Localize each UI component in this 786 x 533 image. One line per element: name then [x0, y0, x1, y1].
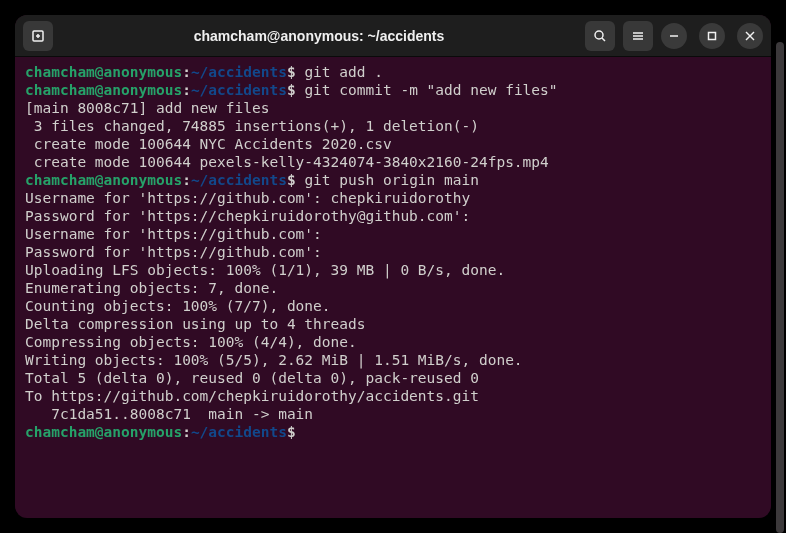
- minimize-button[interactable]: [661, 23, 687, 49]
- prompt-user-host: chamcham@anonymous: [25, 64, 182, 80]
- svg-line-4: [602, 38, 605, 41]
- prompt-line: chamcham@anonymous:~/accidents$ git comm…: [25, 81, 761, 99]
- prompt-path: ~/accidents: [191, 64, 287, 80]
- prompt-path: ~/accidents: [191, 82, 287, 98]
- menu-button[interactable]: [623, 21, 653, 51]
- prompt-symbol: $: [287, 64, 296, 80]
- svg-point-3: [595, 31, 603, 39]
- command-text: git commit -m "add new files": [304, 82, 557, 98]
- prompt-path: ~/accidents: [191, 424, 287, 440]
- terminal-output[interactable]: chamcham@anonymous:~/accidents$ git add …: [15, 57, 771, 518]
- command-text: git add .: [304, 64, 383, 80]
- output-line: Writing objects: 100% (5/5), 2.62 MiB | …: [25, 351, 761, 369]
- prompt-line: chamcham@anonymous:~/accidents$ git add …: [25, 63, 761, 81]
- output-line: Total 5 (delta 0), reused 0 (delta 0), p…: [25, 369, 761, 387]
- output-line: Username for 'https://github.com':: [25, 225, 761, 243]
- output-line: create mode 100644 NYC Accidents 2020.cs…: [25, 135, 761, 153]
- prompt-line: chamcham@anonymous:~/accidents$: [25, 423, 761, 441]
- output-line: Password for 'https://chepkiruidorothy@g…: [25, 207, 761, 225]
- close-button[interactable]: [737, 23, 763, 49]
- prompt-symbol: $: [287, 172, 296, 188]
- window-controls: [661, 23, 763, 49]
- output-line: To https://github.com/chepkiruidorothy/a…: [25, 387, 761, 405]
- output-line: [main 8008c71] add new files: [25, 99, 761, 117]
- output-line: Enumerating objects: 7, done.: [25, 279, 761, 297]
- svg-rect-9: [709, 32, 716, 39]
- output-line: 7c1da51..8008c71 main -> main: [25, 405, 761, 423]
- prompt-user-host: chamcham@anonymous: [25, 424, 182, 440]
- prompt-symbol: $: [287, 82, 296, 98]
- titlebar: chamcham@anonymous: ~/accidents: [15, 15, 771, 57]
- output-line: Uploading LFS objects: 100% (1/1), 39 MB…: [25, 261, 761, 279]
- maximize-button[interactable]: [699, 23, 725, 49]
- window-title: chamcham@anonymous: ~/accidents: [61, 28, 577, 44]
- prompt-symbol: $: [287, 424, 296, 440]
- output-line: 3 files changed, 74885 insertions(+), 1 …: [25, 117, 761, 135]
- output-line: Compressing objects: 100% (4/4), done.: [25, 333, 761, 351]
- output-line: create mode 100644 pexels-kelly-4324074-…: [25, 153, 761, 171]
- new-tab-button[interactable]: [23, 21, 53, 51]
- output-line: Delta compression using up to 4 threads: [25, 315, 761, 333]
- output-line: Counting objects: 100% (7/7), done.: [25, 297, 761, 315]
- prompt-user-host: chamcham@anonymous: [25, 82, 182, 98]
- search-button[interactable]: [585, 21, 615, 51]
- prompt-line: chamcham@anonymous:~/accidents$ git push…: [25, 171, 761, 189]
- output-line: Password for 'https://github.com':: [25, 243, 761, 261]
- terminal-window: chamcham@anonymous: ~/accidents: [15, 15, 771, 518]
- prompt-user-host: chamcham@anonymous: [25, 172, 182, 188]
- prompt-path: ~/accidents: [191, 172, 287, 188]
- output-line: Username for 'https://github.com': chepk…: [25, 189, 761, 207]
- command-text: git push origin main: [304, 172, 479, 188]
